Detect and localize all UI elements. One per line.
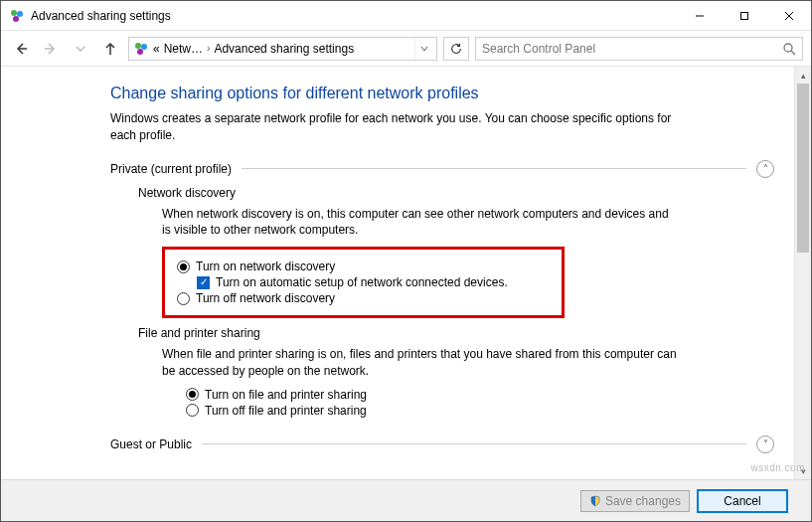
- window-title: Advanced sharing settings: [31, 9, 677, 23]
- svg-line-14: [791, 51, 795, 55]
- radio-icon: [177, 261, 190, 273]
- section-private-label: Private (current profile): [110, 162, 232, 176]
- highlighted-options: Turn on network discovery Turn on automa…: [162, 247, 565, 318]
- address-dropdown[interactable]: [414, 38, 432, 60]
- divider: [242, 168, 746, 169]
- file-printer-options: Turn on file and printer sharing Turn of…: [186, 388, 774, 418]
- shield-icon: [589, 495, 601, 507]
- section-private-header[interactable]: Private (current profile) ˄: [110, 160, 774, 178]
- page-description: Windows creates a separate network profi…: [110, 110, 687, 144]
- file-printer-label: File and printer sharing: [138, 326, 774, 340]
- radio-icon: [186, 388, 199, 401]
- breadcrumb-network[interactable]: Netw…: [164, 42, 203, 56]
- breadcrumb-current[interactable]: Advanced sharing settings: [214, 42, 354, 56]
- location-icon: [133, 41, 149, 57]
- svg-point-13: [784, 44, 792, 52]
- nav-bar: « Netw… › Advanced sharing settings Sear…: [1, 31, 811, 67]
- check-auto-setup[interactable]: Turn on automatic setup of network conne…: [197, 275, 550, 289]
- save-changes-button[interactable]: Save changes: [580, 490, 690, 512]
- radio-fp-on[interactable]: Turn on file and printer sharing: [186, 388, 774, 402]
- svg-point-0: [11, 10, 17, 16]
- scroll-thumb[interactable]: [797, 84, 809, 253]
- svg-point-12: [137, 49, 143, 55]
- cancel-label: Cancel: [724, 494, 760, 508]
- section-guest-label: Guest or Public: [110, 437, 192, 451]
- content-scroll: Change sharing options for different net…: [1, 67, 794, 479]
- radio-nd-off-label: Turn off network discovery: [196, 291, 335, 305]
- content-area: Change sharing options for different net…: [1, 67, 811, 479]
- radio-icon: [186, 404, 199, 417]
- svg-point-2: [13, 16, 19, 22]
- back-button[interactable]: [9, 37, 33, 61]
- footer: Save changes Cancel: [1, 479, 811, 521]
- search-icon: [782, 42, 796, 56]
- checkbox-icon: [197, 276, 210, 289]
- radio-nd-on-label: Turn on network discovery: [196, 260, 335, 273]
- section-guest-header[interactable]: Guest or Public ˅: [110, 435, 774, 453]
- titlebar: Advanced sharing settings: [1, 1, 811, 31]
- svg-rect-4: [740, 12, 747, 19]
- network-discovery-description: When network discovery is on, this compu…: [162, 206, 679, 240]
- app-icon: [9, 8, 25, 24]
- radio-icon: [177, 292, 190, 305]
- search-placeholder: Search Control Panel: [482, 42, 782, 56]
- refresh-button[interactable]: [443, 37, 469, 61]
- recent-dropdown[interactable]: [69, 37, 92, 61]
- up-button[interactable]: [98, 37, 122, 61]
- radio-fp-on-label: Turn on file and printer sharing: [205, 388, 367, 402]
- search-box[interactable]: Search Control Panel: [475, 37, 803, 61]
- file-printer-description: When file and printer sharing is on, fil…: [162, 346, 679, 380]
- chevron-right-icon: ›: [207, 43, 210, 54]
- address-bar[interactable]: « Netw… › Advanced sharing settings: [128, 37, 437, 61]
- maximize-button[interactable]: [722, 1, 766, 30]
- save-changes-label: Save changes: [605, 494, 681, 508]
- breadcrumb-prefix: «: [153, 42, 160, 56]
- close-button[interactable]: [766, 1, 811, 30]
- chevron-up-icon[interactable]: ˄: [756, 160, 774, 178]
- svg-point-10: [135, 43, 141, 49]
- watermark: wsxdn.com: [750, 462, 805, 473]
- cancel-button[interactable]: Cancel: [698, 490, 787, 512]
- divider: [202, 443, 746, 444]
- radio-nd-off[interactable]: Turn off network discovery: [177, 291, 550, 305]
- page-title: Change sharing options for different net…: [110, 85, 774, 102]
- chevron-down-icon[interactable]: ˅: [756, 435, 774, 453]
- network-discovery-label: Network discovery: [138, 186, 774, 200]
- forward-button[interactable]: [39, 37, 63, 61]
- radio-fp-off-label: Turn off file and printer sharing: [205, 404, 367, 418]
- scroll-up-icon[interactable]: ▴: [795, 67, 811, 84]
- window: Advanced sharing settings « Netw… › Adva…: [0, 0, 812, 522]
- minimize-button[interactable]: [677, 1, 722, 30]
- svg-point-11: [141, 44, 147, 50]
- window-controls: [677, 1, 811, 30]
- radio-fp-off[interactable]: Turn off file and printer sharing: [186, 404, 774, 418]
- check-auto-setup-label: Turn on automatic setup of network conne…: [216, 275, 508, 289]
- svg-point-1: [17, 11, 23, 17]
- radio-nd-on[interactable]: Turn on network discovery: [177, 260, 550, 273]
- scrollbar[interactable]: ▴ ▾: [794, 67, 811, 479]
